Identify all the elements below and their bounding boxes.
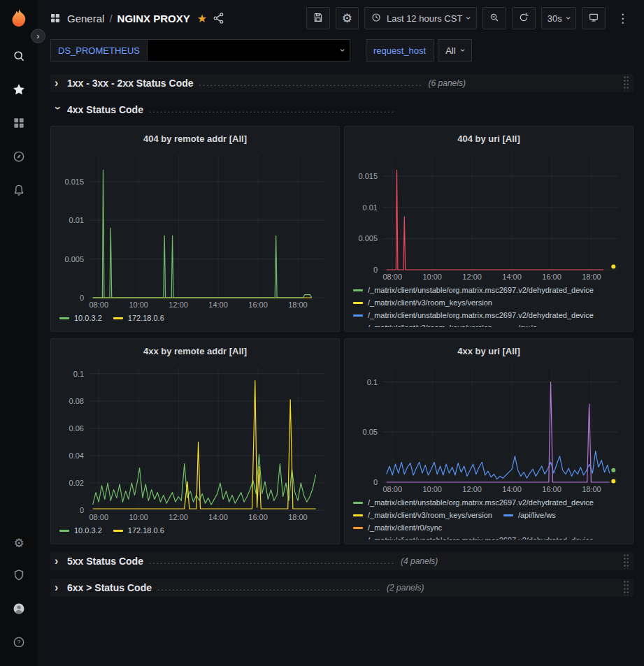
series-line[interactable] (387, 170, 603, 270)
x-axis-tick-label: 18:00 (288, 513, 308, 521)
series-line[interactable] (387, 451, 610, 479)
legend-item[interactable]: 10.0.3.2 (59, 525, 102, 536)
row-4xx[interactable]: › 4xx Status Code ......................… (50, 101, 634, 119)
y-axis-tick-label: 0.01 (69, 216, 84, 224)
x-axis-tick-label: 10:00 (422, 273, 442, 281)
legend-item[interactable]: /api/live/ws (503, 509, 556, 521)
sidebar-item-dashboards[interactable] (5, 110, 33, 138)
tv-mode-button[interactable] (582, 7, 606, 29)
legend-item[interactable]: /_matrix/client/r0/sync (353, 522, 442, 533)
refresh-icon (518, 12, 529, 25)
zoom-out-time-button[interactable] (482, 7, 506, 29)
y-axis-tick-label: 0.04 (69, 451, 84, 460)
x-axis-tick-label: 16:00 (248, 513, 268, 521)
datasource-variable-value[interactable]: › (148, 39, 350, 61)
share-icon[interactable] (213, 12, 225, 24)
chart-4xx-by-uri[interactable]: 08:0010:0012:0014:0016:0018:0000.050.1 (350, 360, 627, 495)
legend-item[interactable]: 172.18.0.6 (113, 312, 164, 324)
refresh-interval-picker[interactable]: 30s › (541, 7, 576, 29)
chart-404-by-uri[interactable]: 08:0010:0012:0014:0016:0018:0000.0050.01… (350, 147, 627, 282)
legend-series-marker (353, 289, 363, 291)
panel-title[interactable]: 4xx by uri [All] (350, 342, 627, 360)
help-icon: ? (12, 635, 26, 652)
page-title[interactable]: NGINX PROXY (117, 13, 190, 24)
legend-series-label: /_matrix/client/unstable/org.matrix.msc2… (368, 284, 594, 296)
legend-item[interactable]: /_matrix/client/v3/room_keys/version (353, 297, 492, 308)
legend-item[interactable]: 10.0.3.2 (59, 312, 102, 324)
sidebar-item-configuration[interactable]: ⚙ (5, 529, 33, 557)
row-drag-handle[interactable] (623, 580, 629, 595)
row-title-dots: ........................................… (149, 105, 395, 115)
legend-item[interactable]: /_matrix/client/unstable/org.matrix.msc2… (353, 310, 594, 321)
chart-404-by-remote-addr[interactable]: 08:0010:0012:0014:0016:0018:0000.0050.01… (57, 147, 334, 310)
row-title-dots: ........................................… (149, 556, 395, 566)
panel-title[interactable]: 404 by uri [All] (350, 129, 627, 147)
breadcrumb-section[interactable]: General (67, 13, 104, 24)
clock-icon (371, 12, 382, 25)
row-drag-handle[interactable] (623, 553, 629, 569)
row-drag-handle[interactable] (623, 75, 629, 91)
y-axis-tick-label: 0.015 (358, 172, 378, 180)
x-axis-tick-label: 12:00 (169, 301, 188, 309)
x-axis-tick-label: 16:00 (248, 301, 268, 309)
chevron-down-icon: › (565, 17, 572, 20)
sidebar-item-help[interactable]: ? (5, 630, 33, 658)
series-point[interactable] (611, 265, 615, 269)
legend-series-label: /_matrix/client/unstable/org.matrix.msc2… (368, 497, 594, 508)
x-axis-tick-label: 14:00 (502, 485, 522, 493)
sidebar-item-starred[interactable] (5, 77, 33, 105)
y-axis-tick-label: 0 (373, 266, 378, 274)
x-axis-tick-label: 14:00 (502, 273, 522, 281)
chevron-right-icon: › (55, 582, 62, 593)
legend-series-marker (59, 317, 69, 319)
row-6xx[interactable]: › 6xx > Status Code ....................… (50, 579, 634, 597)
series-line[interactable] (93, 454, 316, 505)
legend-series-label: /sw.js (518, 322, 537, 327)
series-point[interactable] (611, 468, 615, 472)
sidebar-expand-button[interactable]: › (31, 29, 45, 43)
sidebar-item-alerting[interactable] (5, 178, 33, 205)
apps-grid-icon[interactable] (49, 12, 62, 24)
sidebar-item-server-admin[interactable] (5, 563, 33, 591)
zoom-out-icon (489, 12, 500, 25)
chart-4xx-by-remote-addr[interactable]: 08:0010:0012:0014:0016:0018:0000.020.040… (57, 360, 334, 523)
legend-series-marker (113, 530, 123, 532)
grafana-logo[interactable] (8, 7, 30, 29)
series-point[interactable] (611, 479, 615, 484)
legend-item[interactable]: /_matrix/client/unstable/org.matrix.msc2… (353, 535, 594, 540)
time-range-label: Last 12 hours CST (387, 13, 462, 24)
legend-item[interactable]: /_matrix/client/unstable/org.matrix.msc2… (353, 497, 594, 508)
dashboard-settings-button[interactable]: ⚙ (336, 7, 359, 29)
favorite-star-icon[interactable]: ★ (197, 12, 207, 25)
y-axis-tick-label: 0 (373, 478, 378, 486)
shield-icon (12, 568, 26, 585)
row-1xx-3xx-2xx[interactable]: › 1xx - 3xx - 2xx Status Code ..........… (50, 74, 634, 92)
legend-series-label: 10.0.3.2 (74, 312, 102, 324)
sidebar-item-search[interactable] (5, 43, 33, 71)
sidebar: ⚙ ? (0, 0, 38, 666)
panel-title[interactable]: 4xx by remote addr [All] (57, 342, 334, 360)
request-host-variable-label[interactable]: request_host (366, 39, 434, 61)
datasource-variable-label[interactable]: DS_PROMETHEUS (50, 39, 148, 61)
sidebar-item-explore[interactable] (5, 144, 33, 172)
chevron-down-icon: › (466, 17, 473, 20)
legend-item[interactable]: /_matrix/client/v3/room_keys/version (353, 509, 492, 521)
series-line[interactable] (93, 170, 312, 298)
legend-item[interactable]: /_matrix/client/unstable/org.matrix.msc2… (353, 284, 594, 296)
save-dashboard-button[interactable] (306, 7, 330, 29)
y-axis-tick-label: 0.015 (64, 178, 84, 186)
time-range-picker[interactable]: Last 12 hours CST › (364, 7, 477, 29)
request-host-variable-value[interactable]: All › (438, 39, 472, 61)
kebab-menu-button[interactable]: ⋮ (611, 7, 634, 29)
refresh-button[interactable] (512, 7, 536, 29)
breadcrumb: General / NGINX PROXY (67, 13, 190, 24)
legend-series-marker (503, 514, 513, 516)
x-axis-tick-label: 18:00 (582, 273, 601, 281)
legend-item[interactable]: 172.18.0.6 (113, 525, 164, 536)
legend-item[interactable]: /_matrix/client/v3/room_keys/version (353, 322, 492, 327)
sidebar-item-profile[interactable] (5, 596, 33, 624)
legend-item[interactable]: /sw.js (503, 322, 537, 327)
row-5xx[interactable]: › 5xx Status Code ......................… (50, 552, 634, 570)
panel-title[interactable]: 404 by remote addr [All] (57, 129, 334, 147)
chevron-right-icon: › (55, 78, 62, 89)
